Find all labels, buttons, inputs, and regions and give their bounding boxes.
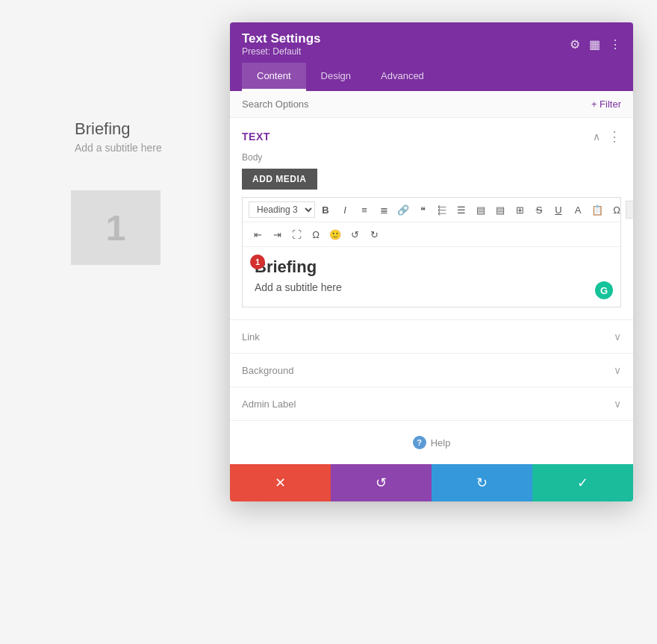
search-bar: + Filter bbox=[230, 91, 633, 118]
modal-content: Text ∧ ⋮ Body ADD MEDIA Heading 3 B I bbox=[230, 118, 633, 464]
admin-label-text: Admin Label bbox=[242, 398, 296, 410]
align-full-icon[interactable]: ▤ bbox=[491, 201, 509, 219]
cancel-button[interactable]: ✕ bbox=[230, 464, 331, 501]
page-number-block: 1 bbox=[71, 190, 161, 265]
modal-title: Text Settings bbox=[242, 31, 320, 46]
filter-button[interactable]: + Filter bbox=[591, 99, 621, 110]
ordered-list-icon[interactable]: ≣ bbox=[375, 201, 393, 219]
modal-preset[interactable]: Preset: Default bbox=[242, 46, 320, 57]
help-icon: ? bbox=[413, 436, 426, 449]
background-section[interactable]: Background ∨ bbox=[230, 354, 633, 387]
editor-content-area[interactable]: 1 Briefing Add a subtitle here G bbox=[243, 247, 620, 307]
link-label: Link bbox=[242, 331, 260, 343]
toolbar-row-extra: ⇤ ⇥ ⛶ Ω 🙂 ↺ ↻ bbox=[243, 222, 620, 247]
redo-icon[interactable]: ↻ bbox=[365, 225, 383, 243]
align-left-icon[interactable]: ⬱ bbox=[433, 201, 451, 219]
italic-icon[interactable]: I bbox=[336, 201, 354, 219]
modal-tabs: Content Design Advanced bbox=[242, 63, 621, 91]
body-label: Body bbox=[230, 152, 633, 169]
link-section[interactable]: Link ∨ bbox=[230, 320, 633, 354]
bold-icon[interactable]: B bbox=[317, 201, 334, 219]
help-area: ? Help bbox=[230, 421, 633, 464]
emoji-icon[interactable]: 🙂 bbox=[326, 225, 344, 243]
help-label: Help bbox=[431, 437, 451, 448]
strikethrough-icon[interactable]: S bbox=[530, 201, 548, 219]
modal-header: Text Settings Preset: Default ⚙ ▦ ⋮ Cont… bbox=[230, 22, 633, 91]
page-title: Briefing bbox=[75, 119, 162, 139]
modal-header-icons: ⚙ ▦ ⋮ bbox=[570, 37, 621, 51]
editor-toolbar: Heading 3 B I ≡ ≣ 🔗 ❝ ⬱ ☰ ▤ ▤ ⊞ S bbox=[242, 197, 621, 307]
modal-header-top: Text Settings Preset: Default ⚙ ▦ ⋮ bbox=[242, 31, 621, 57]
toolbar-row-formatting: Heading 3 B I ≡ ≣ 🔗 ❝ ⬱ ☰ ▤ ▤ ⊞ S bbox=[243, 198, 620, 222]
text-color-icon[interactable]: A bbox=[569, 201, 587, 219]
modal-title-group: Text Settings Preset: Default bbox=[242, 31, 320, 57]
toolbar-left: Heading 3 B I ≡ ≣ 🔗 ❝ ⬱ ☰ ▤ ▤ ⊞ S bbox=[249, 201, 626, 219]
search-input[interactable] bbox=[242, 99, 367, 110]
text-section: Text ∧ ⋮ Body ADD MEDIA Heading 3 B I bbox=[230, 118, 633, 320]
outdent-icon[interactable]: ⇥ bbox=[268, 225, 286, 243]
redo-button[interactable]: ↻ bbox=[432, 464, 532, 501]
tab-design[interactable]: Design bbox=[306, 63, 366, 91]
text-section-header: Text ∧ ⋮ bbox=[230, 118, 633, 152]
section-controls: ∧ ⋮ bbox=[593, 128, 621, 145]
help-button[interactable]: ? Help bbox=[413, 436, 451, 449]
paste-icon[interactable]: 📋 bbox=[588, 201, 606, 219]
visual-button[interactable]: Visual bbox=[626, 201, 633, 219]
admin-label-chevron-icon: ∨ bbox=[614, 398, 621, 410]
tab-advanced[interactable]: Advanced bbox=[366, 63, 439, 91]
tab-content[interactable]: Content bbox=[242, 63, 306, 91]
align-center-icon[interactable]: ☰ bbox=[452, 201, 470, 219]
editor-subtitle-text[interactable]: Add a subtitle here bbox=[255, 281, 608, 293]
visual-text-toggle: Visual Text bbox=[626, 201, 633, 219]
cursor-number-indicator: 1 bbox=[250, 254, 265, 269]
undo-icon[interactable]: ↺ bbox=[346, 225, 364, 243]
special-char-icon[interactable]: Ω bbox=[307, 225, 325, 243]
modal-footer: ✕ ↺ ↻ ✓ bbox=[230, 464, 633, 501]
indent-icon[interactable]: ⇤ bbox=[249, 225, 267, 243]
link-chevron-icon: ∨ bbox=[614, 331, 621, 343]
add-media-button[interactable]: ADD MEDIA bbox=[242, 169, 317, 190]
heading-select[interactable]: Heading 3 bbox=[249, 201, 315, 218]
collapse-icon[interactable]: ∧ bbox=[593, 131, 600, 143]
text-section-title: Text bbox=[242, 131, 270, 143]
undo-button[interactable]: ↺ bbox=[331, 464, 432, 501]
quote-icon[interactable]: ❝ bbox=[414, 201, 432, 219]
background-chevron-icon: ∨ bbox=[614, 364, 621, 376]
table-icon[interactable]: ⊞ bbox=[511, 201, 529, 219]
page-title-area: Briefing Add a subtitle here bbox=[75, 119, 162, 154]
page-number: 1 bbox=[106, 207, 126, 248]
save-button[interactable]: ✓ bbox=[532, 464, 633, 501]
underline-icon[interactable]: U bbox=[549, 201, 567, 219]
editor-heading-text[interactable]: Briefing bbox=[255, 257, 608, 277]
unordered-list-icon[interactable]: ≡ bbox=[355, 201, 373, 219]
grammarly-icon: G bbox=[595, 281, 613, 299]
align-right-icon[interactable]: ▤ bbox=[472, 201, 490, 219]
fullscreen-icon[interactable]: ⛶ bbox=[287, 225, 305, 243]
columns-icon[interactable]: ▦ bbox=[589, 37, 600, 51]
section-options-icon[interactable]: ⋮ bbox=[608, 128, 621, 145]
admin-label-section[interactable]: Admin Label ∨ bbox=[230, 387, 633, 421]
settings-icon[interactable]: ⚙ bbox=[570, 37, 580, 51]
more-options-icon[interactable]: ⋮ bbox=[609, 37, 621, 51]
text-settings-modal: Text Settings Preset: Default ⚙ ▦ ⋮ Cont… bbox=[230, 22, 633, 501]
more-format-icon[interactable]: Ω bbox=[608, 201, 626, 219]
page-subtitle: Add a subtitle here bbox=[75, 142, 162, 154]
link-icon[interactable]: 🔗 bbox=[394, 201, 412, 219]
background-label: Background bbox=[242, 365, 293, 376]
